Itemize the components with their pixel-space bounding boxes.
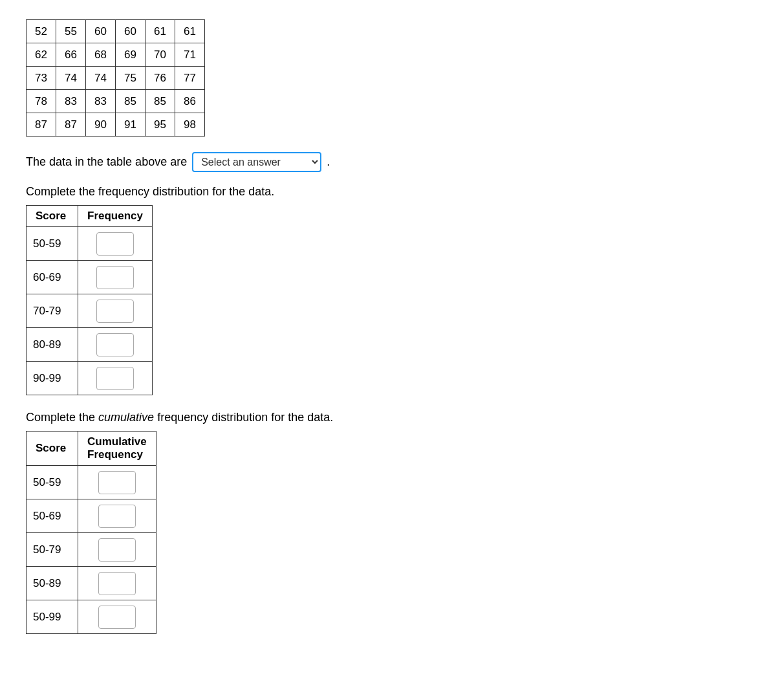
freq-score-label: 50-59 (27, 227, 78, 261)
data-cell: 78 (27, 90, 56, 113)
freq-score-label: 80-89 (27, 328, 78, 362)
freq-row: 80-89 (27, 328, 153, 362)
cum-freq-table: Score Cumulative Frequency 50-5950-6950-… (26, 431, 156, 634)
freq-table: Score Frequency 50-5960-6970-7980-8990-9… (26, 205, 153, 395)
freq-heading: Complete the frequency distribution for … (26, 185, 750, 199)
cum-score-label: 50-69 (27, 499, 78, 533)
cum-freq-row: 50-99 (27, 600, 156, 634)
data-cell: 77 (175, 67, 205, 90)
data-cell: 95 (146, 113, 175, 137)
freq-input-70-79[interactable] (96, 300, 134, 323)
data-cell: 52 (27, 20, 56, 43)
cum-input-50-89[interactable] (98, 572, 136, 595)
freq-row: 70-79 (27, 294, 153, 328)
data-table: 5255606061616266686970717374747576777883… (26, 19, 205, 137)
cum-score-label: 50-89 (27, 567, 78, 600)
cum-input-cell[interactable] (78, 567, 156, 600)
data-cell: 69 (116, 43, 146, 67)
cum-input-50-59[interactable] (98, 471, 136, 494)
freq-score-label: 90-99 (27, 362, 78, 395)
data-cell: 74 (56, 67, 86, 90)
freq-input-cell[interactable] (78, 294, 153, 328)
cum-freq-row: 50-79 (27, 533, 156, 567)
freq-row: 60-69 (27, 261, 153, 294)
data-cell: 61 (146, 20, 175, 43)
freq-input-cell[interactable] (78, 261, 153, 294)
sentence-before: The data in the table above are (26, 155, 187, 169)
data-cell: 60 (116, 20, 146, 43)
cum-freq-heading: Complete the cumulative frequency distri… (26, 411, 750, 424)
data-cell: 62 (27, 43, 56, 67)
sentence-after: . (327, 155, 330, 169)
data-cell: 60 (86, 20, 116, 43)
freq-input-50-59[interactable] (96, 232, 134, 256)
data-cell: 76 (146, 67, 175, 90)
data-cell: 86 (175, 90, 205, 113)
data-cell: 87 (27, 113, 56, 137)
cum-input-cell[interactable] (78, 533, 156, 567)
cum-input-cell[interactable] (78, 499, 156, 533)
cum-input-cell[interactable] (78, 600, 156, 634)
freq-score-label: 60-69 (27, 261, 78, 294)
cum-freq-row: 50-89 (27, 567, 156, 600)
freq-score-label: 70-79 (27, 294, 78, 328)
data-cell: 66 (56, 43, 86, 67)
data-cell: 98 (175, 113, 205, 137)
data-cell: 68 (86, 43, 116, 67)
data-cell: 73 (27, 67, 56, 90)
data-cell: 85 (146, 90, 175, 113)
answer-select[interactable]: Select an answerquantitativequalitativen… (192, 152, 321, 172)
freq-input-80-89[interactable] (96, 333, 134, 356)
cum-freq-row: 50-59 (27, 466, 156, 499)
cum-input-50-69[interactable] (98, 505, 136, 528)
data-cell: 75 (116, 67, 146, 90)
data-cell: 85 (116, 90, 146, 113)
freq-input-90-99[interactable] (96, 367, 134, 390)
cum-score-label: 50-99 (27, 600, 78, 634)
data-cell: 83 (86, 90, 116, 113)
data-cell: 74 (86, 67, 116, 90)
cum-heading-before: Complete the (26, 411, 95, 424)
sentence-row: The data in the table above are Select a… (26, 152, 750, 172)
cum-col2-header: Cumulative Frequency (78, 432, 156, 466)
data-cell: 71 (175, 43, 205, 67)
freq-col1-header: Score (27, 206, 78, 227)
freq-input-60-69[interactable] (96, 266, 134, 289)
data-cell: 55 (56, 20, 86, 43)
cum-col1-header: Score (27, 432, 78, 466)
cum-heading-after: frequency distribution for the data. (157, 411, 333, 424)
data-cell: 83 (56, 90, 86, 113)
data-cell: 70 (146, 43, 175, 67)
cum-input-50-79[interactable] (98, 538, 136, 562)
freq-input-cell[interactable] (78, 362, 153, 395)
cum-score-label: 50-79 (27, 533, 78, 567)
freq-input-cell[interactable] (78, 227, 153, 261)
freq-input-cell[interactable] (78, 328, 153, 362)
cum-score-label: 50-59 (27, 466, 78, 499)
data-cell: 61 (175, 20, 205, 43)
cum-input-cell[interactable] (78, 466, 156, 499)
freq-row: 90-99 (27, 362, 153, 395)
data-cell: 90 (86, 113, 116, 137)
data-cell: 91 (116, 113, 146, 137)
freq-row: 50-59 (27, 227, 153, 261)
data-cell: 87 (56, 113, 86, 137)
cum-input-50-99[interactable] (98, 606, 136, 629)
cum-freq-row: 50-69 (27, 499, 156, 533)
freq-col2-header: Frequency (78, 206, 153, 227)
cum-heading-italic: cumulative (98, 411, 154, 424)
